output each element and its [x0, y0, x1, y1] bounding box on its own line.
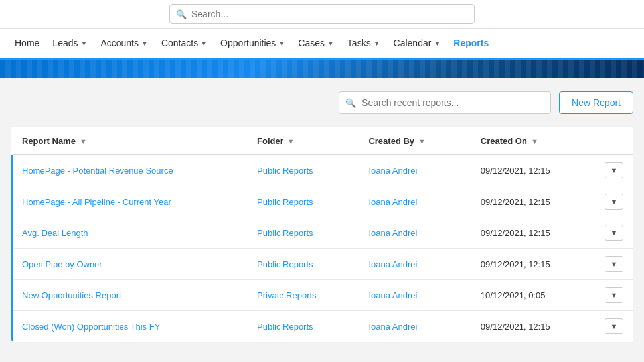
created-on-value-5: 09/12/2021, 12:15 [481, 322, 550, 332]
row-action-button-1[interactable]: ▼ [605, 194, 623, 210]
folder-link-4[interactable]: Private Reports [257, 290, 317, 300]
cell-created-by-2: Ioana Andrei [359, 217, 471, 249]
leads-chevron-icon: ▼ [81, 40, 88, 47]
cell-report-name-3: Open Pipe by Owner [12, 249, 248, 280]
folder-link-2[interactable]: Public Reports [257, 228, 313, 238]
row-action-button-3[interactable]: ▼ [605, 256, 623, 272]
reports-search-input[interactable] [339, 91, 551, 114]
nav-label-tasks: Tasks [347, 38, 371, 48]
row-action-button-5[interactable]: ▼ [605, 318, 623, 334]
report-name-link-5[interactable]: Closed (Won) Opportunities This FY [22, 322, 160, 332]
created-on-value-0: 09/12/2021, 12:15 [481, 166, 550, 176]
nav-label-contacts: Contacts [161, 38, 198, 48]
cell-action-2: ▼ [596, 217, 633, 249]
nav-item-leads[interactable]: Leads ▼ [46, 29, 94, 60]
nav-label-leads: Leads [52, 38, 78, 48]
cell-action-1: ▼ [596, 186, 633, 217]
table-header-row: Report Name ▼ Folder ▼ Created By ▼ [12, 128, 633, 155]
row-action-button-0[interactable]: ▼ [605, 162, 623, 178]
table-row: Open Pipe by Owner Public Reports Ioana … [12, 249, 633, 280]
col-header-created-on[interactable]: Created On ▼ [471, 128, 596, 155]
nav-item-opportunities[interactable]: Opportunities ▼ [214, 29, 291, 60]
cell-created-by-1: Ioana Andrei [359, 186, 471, 217]
accounts-chevron-icon: ▼ [141, 40, 148, 47]
cell-created-on-5: 09/12/2021, 12:15 [471, 311, 596, 342]
reports-search-wrapper: 🔍 [339, 91, 551, 114]
report-name-link-4[interactable]: New Opportunities Report [22, 290, 121, 300]
nav-label-opportunities: Opportunities [220, 38, 276, 48]
nav-label-calendar: Calendar [394, 38, 432, 48]
col-header-folder[interactable]: Folder ▼ [248, 128, 359, 155]
folder-link-0[interactable]: Public Reports [257, 166, 313, 176]
cell-folder-3: Public Reports [248, 249, 359, 280]
nav-item-tasks[interactable]: Tasks ▼ [341, 29, 387, 60]
table-row: Avg. Deal Length Public Reports Ioana An… [12, 217, 633, 249]
table-row: New Opportunities Report Private Reports… [12, 280, 633, 311]
table-row: Closed (Won) Opportunities This FY Publi… [12, 311, 633, 342]
tasks-chevron-icon: ▼ [374, 40, 380, 47]
created-on-value-3: 09/12/2021, 12:15 [481, 259, 550, 269]
cell-action-0: ▼ [596, 154, 633, 186]
report-name-link-2[interactable]: Avg. Deal Length [22, 228, 88, 238]
cell-created-by-0: Ioana Andrei [359, 154, 471, 186]
cell-created-by-4: Ioana Andrei [359, 280, 471, 311]
cell-folder-1: Public Reports [248, 186, 359, 217]
reports-toolbar: 🔍 New Report [11, 91, 633, 114]
nav-label-cases: Cases [298, 38, 325, 48]
nav-item-cases[interactable]: Cases ▼ [291, 29, 341, 60]
nav-item-contacts[interactable]: Contacts ▼ [155, 29, 214, 60]
contacts-chevron-icon: ▼ [201, 40, 207, 47]
col-header-action [596, 128, 633, 155]
cell-report-name-4: New Opportunities Report [12, 280, 248, 311]
nav-label-accounts: Accounts [100, 38, 139, 48]
folder-link-1[interactable]: Public Reports [257, 197, 313, 207]
opportunities-chevron-icon: ▼ [278, 40, 285, 47]
created-by-link-5[interactable]: Ioana Andrei [368, 322, 417, 332]
top-search-wrapper: 🔍 [169, 4, 475, 24]
created-by-link-3[interactable]: Ioana Andrei [368, 259, 417, 269]
folder-link-5[interactable]: Public Reports [257, 322, 313, 332]
nav-item-reports[interactable]: Reports [447, 29, 495, 60]
cell-created-on-1: 09/12/2021, 12:15 [471, 186, 596, 217]
cell-report-name-2: Avg. Deal Length [12, 217, 248, 249]
cell-created-on-0: 09/12/2021, 12:15 [471, 154, 596, 186]
cell-action-5: ▼ [596, 311, 633, 342]
created-by-link-1[interactable]: Ioana Andrei [368, 197, 417, 207]
sort-icon-name: ▼ [80, 137, 87, 145]
created-on-value-1: 09/12/2021, 12:15 [481, 197, 550, 207]
cases-chevron-icon: ▼ [327, 40, 334, 47]
cell-folder-0: Public Reports [248, 154, 359, 186]
top-search-input[interactable] [169, 4, 475, 24]
cell-folder-2: Public Reports [248, 217, 359, 249]
nav-item-home[interactable]: Home [8, 29, 46, 60]
created-by-link-4[interactable]: Ioana Andrei [368, 290, 417, 300]
main-content: 🔍 New Report Report Name ▼ Folder ▼ [0, 78, 644, 355]
nav-item-calendar[interactable]: Calendar ▼ [387, 29, 447, 60]
created-by-link-2[interactable]: Ioana Andrei [368, 228, 417, 238]
cell-created-on-2: 09/12/2021, 12:15 [471, 217, 596, 249]
report-name-link-1[interactable]: HomePage - All Pipeline - Current Year [22, 197, 171, 207]
table-row: HomePage - Potential Revenue Source Publ… [12, 154, 633, 186]
col-header-name[interactable]: Report Name ▼ [12, 128, 248, 155]
cell-folder-4: Private Reports [248, 280, 359, 311]
report-name-link-3[interactable]: Open Pipe by Owner [22, 259, 102, 269]
folder-link-3[interactable]: Public Reports [257, 259, 313, 269]
col-header-created-by[interactable]: Created By ▼ [359, 128, 471, 155]
cell-report-name-5: Closed (Won) Opportunities This FY [12, 311, 248, 342]
report-name-link-0[interactable]: HomePage - Potential Revenue Source [22, 166, 173, 176]
created-on-value-4: 10/12/2021, 0:05 [481, 290, 546, 300]
sort-icon-created-on: ▼ [531, 137, 538, 145]
row-action-button-2[interactable]: ▼ [605, 225, 623, 241]
cell-action-4: ▼ [596, 280, 633, 311]
cell-folder-5: Public Reports [248, 311, 359, 342]
sort-icon-folder: ▼ [287, 137, 295, 145]
new-report-button[interactable]: New Report [559, 91, 633, 114]
cell-report-name-0: HomePage - Potential Revenue Source [12, 154, 248, 186]
calendar-chevron-icon: ▼ [434, 40, 440, 47]
nav-item-accounts[interactable]: Accounts ▼ [94, 29, 155, 60]
table-row: HomePage - All Pipeline - Current Year P… [12, 186, 633, 217]
navbar: Home Leads ▼ Accounts ▼ Contacts ▼ Oppor… [0, 29, 644, 60]
row-action-button-4[interactable]: ▼ [605, 287, 623, 303]
cell-created-by-5: Ioana Andrei [359, 311, 471, 342]
created-by-link-0[interactable]: Ioana Andrei [368, 166, 417, 176]
